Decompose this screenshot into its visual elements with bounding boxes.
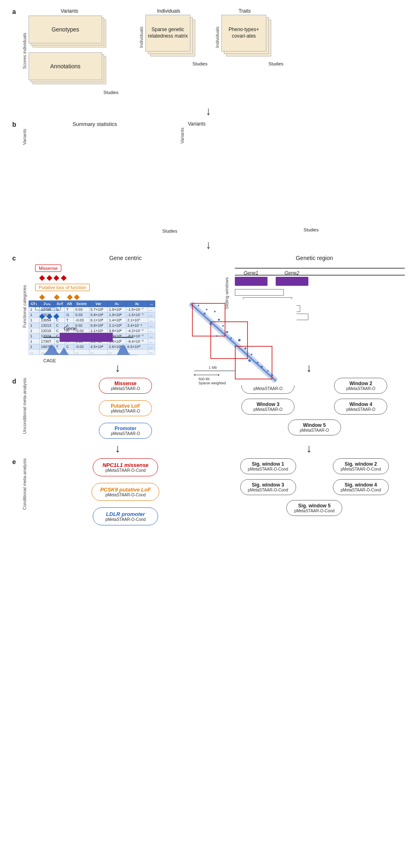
genotypes-group: Scores individuals Variants Genotypes bbox=[22, 8, 110, 93]
cage-svg bbox=[43, 343, 137, 357]
sparse-matrix-box: Sparse genetic relatedness matrix bbox=[145, 15, 190, 52]
d-window5-title: Window 5 bbox=[296, 422, 333, 428]
ld-variants-side-label: Variants bbox=[180, 128, 185, 144]
d-promoter-ellipse: Promoter pMetaSTAAR-O bbox=[99, 423, 152, 439]
svg-text:500 kb: 500 kb bbox=[198, 377, 210, 381]
svg-point-10 bbox=[218, 319, 220, 321]
e-gene1-ellipse: NPC1L1 missense pMetaSTAAR-O-Cond bbox=[93, 458, 158, 476]
gene1-wrapper: Gene1 bbox=[235, 270, 268, 286]
col-alt: Alt bbox=[65, 301, 74, 307]
panel-c-label: c bbox=[12, 255, 22, 358]
promoter-box: Promoter bbox=[35, 303, 61, 310]
sparse-matrix-group: Individuals Individuals Sparse genetic r… bbox=[139, 8, 198, 60]
col-x2: X₂ bbox=[126, 301, 148, 307]
studies-label-a: Studies bbox=[103, 90, 118, 95]
svg-point-11 bbox=[210, 323, 212, 325]
e-gene2-sub: pMetaSTAAR-O-Cond bbox=[100, 493, 151, 497]
d-window1-sub: pMetaSTAAR-O bbox=[249, 386, 287, 391]
plof-box: Putative loss of function bbox=[35, 284, 90, 291]
e-sigwin2-title: Sig. window 2 bbox=[341, 461, 381, 467]
d-window3-sub: pMetaSTAAR-O bbox=[249, 407, 287, 412]
d-plof-sub: pMetaSTAAR-O bbox=[107, 409, 144, 413]
col-score: Score bbox=[74, 301, 89, 307]
panel-a-right: Individuals Individuals Sparse genetic r… bbox=[139, 8, 274, 60]
svg-point-15 bbox=[230, 337, 232, 339]
col-more: ... bbox=[148, 301, 155, 307]
ld-sheet-2 bbox=[186, 213, 297, 299]
e-sigwin1-wrapper: Sig. window 1 pMetaSTAAR-O-Cond bbox=[224, 458, 312, 474]
gene2-wrapper: Gene2 bbox=[276, 270, 308, 286]
missense-box: Missense bbox=[35, 265, 61, 272]
promoter-label: Promoter bbox=[39, 304, 57, 309]
e-gene3-title: LDLR promoter bbox=[101, 511, 149, 517]
panel-e-label: e bbox=[12, 458, 22, 525]
e-sigwin1: Sig. window 1 pMetaSTAAR-O-Cond bbox=[240, 458, 296, 474]
e-gene1-sub: pMetaSTAAR-O-Cond bbox=[101, 468, 149, 473]
e-sigwin3: Sig. window 3 pMetaSTAAR-O-Cond bbox=[240, 479, 296, 495]
panel-d-left: Missense pMetaSTAAR-O Putative LoF pMeta… bbox=[35, 378, 216, 439]
arrow-d-e-right: ↓ bbox=[214, 442, 405, 455]
svg-point-22 bbox=[261, 366, 263, 368]
e-gene3-sub: pMetaSTAAR-O-Cond bbox=[101, 517, 149, 522]
d-window5-sub: pMetaSTAAR-O bbox=[296, 428, 333, 433]
ld-matrix-stack: 500 kb 1 Mb Sparse weighted LD matrix bbox=[186, 128, 309, 226]
gene2-label: Gene2 bbox=[276, 270, 308, 276]
svg-text:1 Mb: 1 Mb bbox=[209, 366, 217, 370]
cage-label: CAGE bbox=[43, 358, 56, 363]
arrow-d-e-row: ↓ ↓ bbox=[12, 442, 405, 455]
svg-point-16 bbox=[238, 339, 241, 341]
e-sigwin2-sub: pMetaSTAAR-O-Cond bbox=[341, 467, 381, 471]
d-window4: Window 4 pMetaSTAAR-O bbox=[334, 399, 387, 415]
d-window2-title: Window 2 bbox=[342, 381, 379, 386]
col-var: Var bbox=[89, 301, 107, 307]
sig-windows-grid: Sig. window 1 pMetaSTAAR-O-Cond Sig. win… bbox=[224, 458, 405, 495]
svg-marker-31 bbox=[43, 345, 70, 355]
panel-d-right: Window 1 pMetaSTAAR-O Window 2 pMetaSTAA… bbox=[224, 378, 405, 435]
svg-point-12 bbox=[222, 325, 224, 327]
panel-b-content: Summary statistics Variants Chr bbox=[22, 121, 405, 235]
svg-text:Sparse weighted: Sparse weighted bbox=[198, 381, 226, 385]
conditional-meta-label: Conditional meta-analysis bbox=[22, 458, 27, 510]
ld-matrix-group: Variants Variants bbox=[180, 121, 309, 226]
d-window2: Window 2 pMetaSTAAR-O bbox=[334, 378, 387, 394]
svg-point-19 bbox=[251, 354, 252, 355]
studies-sparse-label: Studies bbox=[192, 61, 207, 66]
e-sigwin5-sub: pMetaSTAAR-O-Cond bbox=[294, 509, 334, 513]
gene2-block bbox=[276, 277, 308, 286]
variants-side-label: Variants bbox=[22, 129, 27, 145]
d-plof-ellipse: Putative LoF pMetaSTAAR-O bbox=[99, 400, 152, 416]
e-gene1-title: NPC1L1 missense bbox=[101, 462, 149, 468]
svg-point-21 bbox=[257, 362, 259, 363]
summary-stats-group: Summary statistics Variants Chr bbox=[22, 121, 167, 227]
variants-top-label: Variants bbox=[29, 8, 110, 14]
panel-a-content: Scores individuals Variants Genotypes bbox=[22, 8, 405, 101]
d-window2-sub: pMetaSTAAR-O bbox=[342, 386, 379, 391]
svg-point-14 bbox=[216, 335, 218, 337]
e-sigwin4-title: Sig. window 4 bbox=[341, 482, 381, 488]
d-window3: Window 3 pMetaSTAAR-O bbox=[241, 399, 294, 415]
plof-label: Putative loss of function bbox=[39, 285, 86, 290]
ld-studies-label: Studies bbox=[303, 227, 319, 232]
e-sigwin5-title: Sig. window 5 bbox=[294, 503, 334, 509]
svg-point-8 bbox=[204, 313, 206, 315]
ld-variants-top: Variants bbox=[188, 121, 205, 127]
svg-point-23 bbox=[267, 370, 269, 372]
svg-point-7 bbox=[206, 309, 207, 310]
panel-e-right: Sig. window 1 pMetaSTAAR-O-Cond Sig. win… bbox=[224, 458, 405, 516]
panel-b-label: b bbox=[12, 121, 22, 235]
e-sigwin3-sub: pMetaSTAAR-O-Cond bbox=[248, 488, 288, 492]
svg-point-24 bbox=[271, 374, 273, 376]
summary-table-stack: Chr Pos Ref Alt Score Var X₁ X₂ bbox=[29, 129, 167, 227]
genotypes-box: Genotypes bbox=[29, 16, 102, 43]
ld-sheet-3 bbox=[186, 128, 297, 213]
scores-individuals-label: Scores individuals bbox=[22, 33, 27, 69]
d-window5-wrapper: Window 5 pMetaSTAAR-O bbox=[224, 419, 405, 435]
summary-stats-title: Summary statistics bbox=[22, 121, 167, 127]
e-gene3-ellipse: LDLR promoter pMetaSTAAR-O-Cond bbox=[93, 507, 158, 525]
panel-d-label: d bbox=[12, 378, 22, 439]
panel-a-label: a bbox=[12, 8, 22, 101]
d-plof-title: Putative LoF bbox=[107, 403, 144, 409]
d-window5: Window 5 pMetaSTAAR-O bbox=[288, 419, 341, 435]
panel-e-left: NPC1L1 missense pMetaSTAAR-O-Cond PCSK9 … bbox=[35, 458, 216, 525]
traits-label: Traits bbox=[239, 8, 251, 14]
